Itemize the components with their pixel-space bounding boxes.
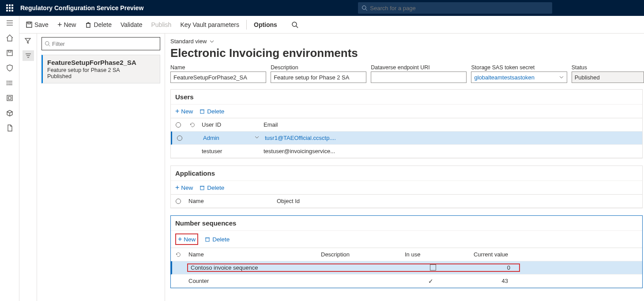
ns-desc: [320, 264, 404, 271]
svg-point-12: [7, 85, 7, 85]
ns-cv: 43: [459, 278, 517, 284]
save-button[interactable]: Save: [22, 19, 52, 30]
home-icon[interactable]: [5, 34, 14, 42]
sas-label: Storage SAS token secret: [471, 64, 567, 71]
funnel-icon[interactable]: [24, 37, 32, 45]
ns-delete-button[interactable]: Delete: [204, 233, 230, 245]
ns-row[interactable]: Contoso invoice sequence 0: [171, 261, 642, 275]
ns-name: Contoso invoice sequence: [188, 264, 320, 271]
ns-name: Counter: [186, 278, 318, 284]
toolbar-search-icon[interactable]: [288, 19, 302, 30]
name-label: Name: [170, 64, 266, 71]
main-content: Standard view Electronic Invoicing envir…: [165, 34, 644, 301]
col-object-id[interactable]: Object Id: [274, 198, 642, 204]
list-filter-input[interactable]: [52, 41, 157, 47]
name-input[interactable]: FeatureSetupForPhase2_SA: [170, 71, 266, 83]
users-section: Users +New Delete User ID Email Admin tu…: [170, 89, 643, 158]
select-all-radio[interactable]: [176, 122, 181, 128]
global-search[interactable]: [358, 2, 552, 14]
status-display: Published: [572, 71, 644, 83]
list-filter[interactable]: [41, 37, 160, 50]
ns-new-button[interactable]: +New: [175, 233, 198, 245]
number-sequences-section: Number sequences +New Delete Name Descri…: [170, 215, 643, 288]
apps-delete-button[interactable]: Delete: [199, 184, 224, 192]
svg-point-0: [362, 6, 366, 9]
dataverse-label: Dataverse endpoint URI: [371, 64, 467, 71]
validate-button[interactable]: Validate: [117, 19, 146, 30]
col-userid[interactable]: User ID: [199, 121, 261, 128]
delete-button[interactable]: Delete: [81, 19, 115, 30]
user-id: testuser: [199, 148, 261, 154]
svg-point-20: [292, 22, 297, 26]
users-header: Users: [171, 90, 642, 105]
row-radio[interactable]: [177, 135, 182, 141]
apps-new-button[interactable]: +New: [175, 184, 193, 192]
svg-rect-17: [87, 23, 90, 27]
col-ns-name[interactable]: Name: [186, 251, 318, 258]
ns-header: Number sequences: [171, 216, 642, 231]
svg-rect-16: [28, 22, 30, 24]
svg-rect-6: [8, 50, 11, 52]
user-email: testuser@invoicingservice...: [261, 148, 642, 154]
view-selector[interactable]: Standard view: [170, 38, 644, 45]
publish-button: Publish: [147, 19, 175, 30]
desc-input[interactable]: Feature setup for Phase 2 SA: [271, 71, 366, 83]
ns-inuse-checkbox[interactable]: [430, 264, 436, 271]
svg-rect-13: [7, 95, 12, 101]
col-email[interactable]: Email: [261, 121, 642, 128]
new-button[interactable]: +New: [54, 19, 80, 30]
users-new-button[interactable]: +New: [175, 107, 193, 115]
shield-icon[interactable]: [5, 64, 14, 72]
filter-active-icon[interactable]: [23, 50, 34, 61]
environment-list-panel: FeatureSetupForPhase2_SA Feature setup f…: [37, 34, 165, 301]
key-vault-button[interactable]: Key Vault parameters: [177, 19, 243, 30]
action-toolbar: Save +New Delete Validate Publish Key Va…: [19, 16, 644, 34]
user-email: tusr1@TAEOfficial.ccsctp....: [262, 135, 642, 141]
doc-icon[interactable]: [5, 124, 14, 132]
save-icon[interactable]: [5, 49, 14, 57]
user-row[interactable]: Admin tusr1@TAEOfficial.ccsctp....: [171, 132, 642, 145]
env-card-desc: Feature setup for Phase 2 SA: [47, 67, 155, 73]
list-icon[interactable]: [5, 79, 14, 87]
svg-line-1: [365, 9, 367, 11]
col-app-name[interactable]: Name: [186, 198, 274, 204]
users-delete-button[interactable]: Delete: [199, 107, 224, 115]
user-row[interactable]: testuser testuser@invoicingservice...: [171, 145, 642, 158]
ns-row[interactable]: Counter ✓ 43: [171, 275, 642, 288]
col-ns-desc[interactable]: Description: [318, 251, 402, 258]
global-search-input[interactable]: [370, 5, 549, 11]
waffle-icon[interactable]: [4, 2, 16, 14]
user-id: Admin: [203, 135, 219, 141]
svg-rect-5: [7, 50, 12, 56]
env-card-title: FeatureSetupForPhase2_SA: [47, 59, 155, 66]
ns-refresh-icon[interactable]: [175, 252, 181, 258]
filter-rail: [19, 34, 37, 301]
environment-card[interactable]: FeatureSetupForPhase2_SA Feature setup f…: [41, 55, 160, 83]
dataverse-input[interactable]: [371, 71, 467, 83]
svg-point-11: [7, 83, 7, 83]
apps-select-all[interactable]: [176, 199, 181, 204]
box-icon[interactable]: [5, 94, 14, 102]
col-ns-inuse[interactable]: In use: [402, 251, 459, 258]
status-label: Status: [572, 64, 644, 71]
ns-inuse-check: ✓: [428, 278, 433, 285]
topbar: Regulatory Configuration Service Preview: [0, 0, 644, 16]
ns-cv: 0: [462, 264, 519, 271]
apps-header: Applications: [171, 166, 642, 181]
package-icon[interactable]: [5, 109, 14, 117]
col-ns-cv[interactable]: Current value: [459, 251, 517, 258]
hamburger-icon[interactable]: [5, 19, 14, 27]
svg-rect-14: [8, 97, 11, 99]
header-fields: Name FeatureSetupForPhase2_SA Descriptio…: [170, 64, 644, 83]
refresh-icon[interactable]: [189, 122, 196, 128]
svg-line-26: [49, 45, 50, 46]
page-title: Electronic Invoicing environments: [170, 46, 644, 60]
applications-section: Applications +New Delete Name Object Id: [170, 166, 643, 208]
svg-rect-31: [206, 238, 209, 241]
desc-label: Description: [271, 64, 366, 71]
options-button[interactable]: Options: [250, 19, 281, 30]
svg-point-25: [45, 41, 49, 45]
sas-dropdown[interactable]: globalteamtestsastoken: [471, 71, 567, 83]
left-rail: [0, 16, 19, 301]
chevron-down-icon[interactable]: [254, 135, 260, 140]
